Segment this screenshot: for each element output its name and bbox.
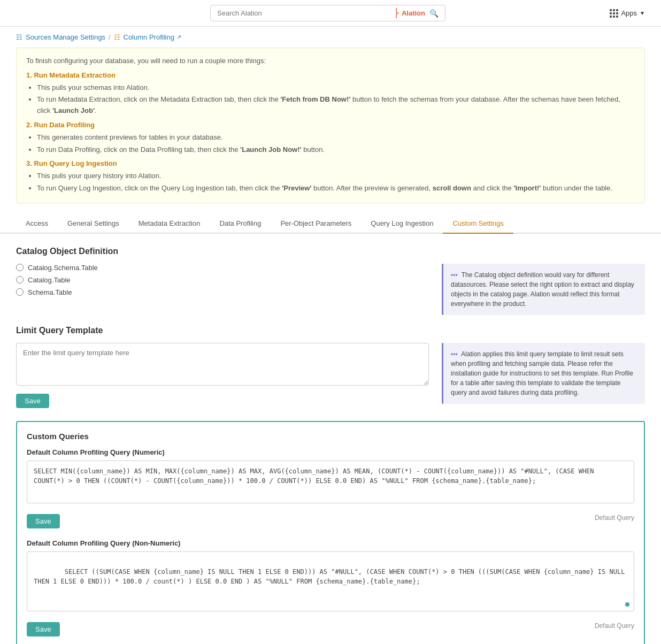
numeric-default-label: Default Query xyxy=(595,514,634,522)
limit-query-left: Save xyxy=(16,343,429,408)
numeric-query-save-button[interactable]: Save xyxy=(27,514,60,528)
radio-catalog-table[interactable]: Catalog.Table xyxy=(16,276,429,284)
step1-bullet-2: To run Metadata Extraction, click on the… xyxy=(37,94,635,117)
radio-catalog-schema-table[interactable]: Catalog.Schema.Table xyxy=(16,264,429,272)
breadcrumb-sources-link[interactable]: Sources Manage Settings xyxy=(26,33,105,41)
tab-access[interactable]: Access xyxy=(16,214,58,234)
external-link-icon: ↗ xyxy=(176,34,181,41)
step2-bullet-1: This generates content previews for tabl… xyxy=(37,132,635,143)
custom-queries-title: Custom Queries xyxy=(27,432,634,441)
breadcrumb-db-icon: ☷ xyxy=(16,33,22,41)
step3-bullet-1: This pulls your query history into Alati… xyxy=(37,171,635,182)
tab-per-object-parameters[interactable]: Per-Object Parameters xyxy=(271,214,361,234)
step1-title: 1. Run Metadata Extraction xyxy=(26,70,635,81)
limit-query-info-panel: ••• Alation applies this limit query tem… xyxy=(442,343,645,404)
radio-label-catalog-table: Catalog.Table xyxy=(28,276,71,284)
catalog-object-options: Catalog.Schema.Table Catalog.Table Schem… xyxy=(16,264,429,309)
catalog-object-row: Catalog.Schema.Table Catalog.Table Schem… xyxy=(16,264,645,315)
breadcrumb: ☷ Sources Manage Settings / ☷ Column Pro… xyxy=(0,27,661,48)
radio-schema-table[interactable]: Schema.Table xyxy=(16,288,429,296)
numeric-query-code: SELECT MIN({column_name}) AS MIN, MAX({c… xyxy=(27,461,634,503)
search-input[interactable] xyxy=(217,9,389,17)
step2-bullet-2: To run Data Profiling, click on the Data… xyxy=(37,144,635,156)
green-dot-indicator xyxy=(625,602,629,607)
step3-title: 3. Run Query Log Ingestion xyxy=(26,158,635,170)
alation-logo: ⎬ Alation xyxy=(393,8,425,18)
numeric-query-footer: Save Default Query xyxy=(27,508,634,528)
search-bar[interactable]: ⎬ Alation 🔍 xyxy=(210,5,445,21)
tab-custom-settings[interactable]: Custom Settings xyxy=(443,214,513,234)
custom-queries-box: Custom Queries Default Column Profiling … xyxy=(16,421,645,644)
radio-group: Catalog.Schema.Table Catalog.Table Schem… xyxy=(16,264,429,296)
non-numeric-query-code: SELECT ((SUM(CASE WHEN {column_name} IS … xyxy=(27,551,634,611)
radio-input-catalog-table[interactable] xyxy=(16,276,24,283)
limit-query-section: Limit Query Template Save ••• Alation ap… xyxy=(16,326,645,408)
apps-label: Apps xyxy=(621,9,637,17)
catalog-object-info-text: The Catalog object definition would vary… xyxy=(451,271,634,308)
non-numeric-query-footer: Save Default Query xyxy=(27,616,634,637)
limit-query-info-text: Alation applies this limit query templat… xyxy=(451,350,633,396)
search-icon: 🔍 xyxy=(429,9,439,18)
limit-query-textarea[interactable] xyxy=(16,343,429,386)
catalog-object-info-panel: ••• The Catalog object definition would … xyxy=(442,264,645,315)
step1-list: This pulls your schemas into Alation. To… xyxy=(26,82,635,117)
alation-logo-text: Alation xyxy=(402,9,425,17)
radio-label-catalog-schema-table: Catalog.Schema.Table xyxy=(28,264,98,272)
step3-list: This pulls your query history into Alati… xyxy=(26,171,635,194)
limit-query-title: Limit Query Template xyxy=(16,326,645,335)
breadcrumb-current-label: Column Profiling xyxy=(124,33,174,41)
radio-input-schema-table[interactable] xyxy=(16,288,24,296)
non-numeric-default-label: Default Query xyxy=(595,622,634,630)
step3-bullet-2: To run Query Log Ingestion, click on the… xyxy=(37,183,635,194)
limit-query-save-button[interactable]: Save xyxy=(16,394,49,408)
non-numeric-query-save-button[interactable]: Save xyxy=(27,622,60,637)
catalog-object-title: Catalog Object Definition xyxy=(16,247,645,256)
breadcrumb-separator: / xyxy=(109,33,111,41)
step2-list: This generates content previews for tabl… xyxy=(26,132,635,156)
tabs: Access General Settings Metadata Extract… xyxy=(0,214,661,234)
info-intro: To finish configuring your database, you… xyxy=(26,56,635,67)
header: ⎬ Alation 🔍 Apps ▼ xyxy=(0,0,661,27)
non-numeric-query-title: Default Column Profiling Query (Non-Nume… xyxy=(27,539,634,547)
tab-metadata-extraction[interactable]: Metadata Extraction xyxy=(129,214,210,234)
non-numeric-query-block: Default Column Profiling Query (Non-Nume… xyxy=(27,539,634,637)
step1-bullet-1: This pulls your schemas into Alation. xyxy=(37,82,635,94)
numeric-query-block: Default Column Profiling Query (Numeric)… xyxy=(27,448,634,528)
limit-query-row: Save ••• Alation applies this limit quer… xyxy=(16,343,645,408)
radio-label-schema-table: Schema.Table xyxy=(28,288,72,296)
limit-query-info-dots: ••• xyxy=(451,350,458,358)
numeric-query-title: Default Column Profiling Query (Numeric) xyxy=(27,448,634,456)
tab-general-settings[interactable]: General Settings xyxy=(58,214,129,234)
main-content: Catalog Object Definition Catalog.Schema… xyxy=(0,234,661,644)
radio-input-catalog-schema-table[interactable] xyxy=(16,264,24,271)
tab-query-log-ingestion[interactable]: Query Log Ingestion xyxy=(361,214,443,234)
info-panel-dots: ••• xyxy=(451,271,458,279)
non-numeric-query-text: SELECT ((SUM(CASE WHEN {column_name} IS … xyxy=(34,568,629,585)
breadcrumb-page-icon: ☷ xyxy=(114,33,120,41)
apps-grid-icon xyxy=(610,9,618,18)
step2-title: 2. Run Data Profiling xyxy=(26,120,635,131)
alation-logo-icon: ⎬ xyxy=(393,8,399,18)
breadcrumb-current-link[interactable]: Column Profiling ↗ xyxy=(124,33,181,41)
apps-chevron-icon: ▼ xyxy=(640,10,645,16)
info-banner: To finish configuring your database, you… xyxy=(16,48,645,203)
tab-data-profiling[interactable]: Data Profiling xyxy=(210,214,271,234)
apps-button[interactable]: Apps ▼ xyxy=(610,9,645,18)
